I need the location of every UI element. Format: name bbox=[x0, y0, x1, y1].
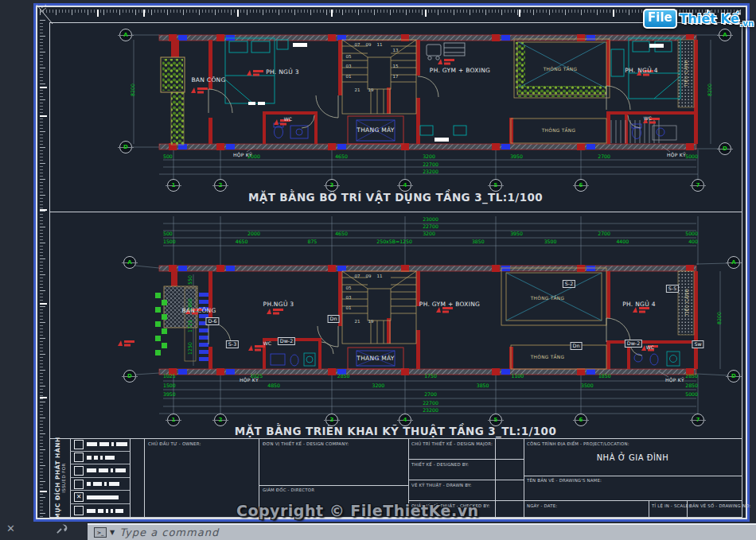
tag-sw: Sw bbox=[692, 340, 703, 348]
stair-number: 07 bbox=[355, 274, 360, 278]
cad-application-window: BAN CÔNG PH. NGỦ 3 WC THANG MÁY PH. GYM … bbox=[0, 0, 756, 540]
tag-s3: S-3 bbox=[226, 340, 239, 348]
room-label-wc-left: WC bbox=[284, 116, 293, 122]
checkbox[interactable] bbox=[74, 506, 84, 515]
grid2-bubble-D[interactable]: D bbox=[123, 370, 136, 383]
plan1-total-1: 22700 bbox=[163, 161, 698, 167]
dimension-value: 250x5B=1250 bbox=[376, 239, 412, 244]
grid2-bubble-1[interactable]: 1 bbox=[167, 414, 180, 426]
dimension-value: 5000 bbox=[685, 153, 698, 159]
grid-bubble-6[interactable]: 6 bbox=[575, 179, 587, 192]
grid-bubble-A[interactable]: A bbox=[119, 29, 132, 41]
drawing-name-label: TÊN BẢN VẼ - DRAWING'S NAME: bbox=[527, 478, 602, 483]
grid2-bubble-4[interactable]: 4 bbox=[399, 414, 411, 426]
gym-equipment bbox=[427, 43, 465, 60]
staircase bbox=[342, 40, 416, 114]
commandline-side-icons: ✕ bbox=[0, 521, 88, 540]
stair-number: 11 bbox=[377, 274, 383, 278]
grid2-bubble-5[interactable]: 5 bbox=[489, 414, 502, 426]
dimension-value: 5000 bbox=[685, 391, 698, 397]
dimension-value: 1500 bbox=[163, 383, 176, 388]
plan2-bottom-dims-2: 150048503200385035002850 bbox=[163, 383, 698, 388]
room2-label-bedroom4: PH. NGỦ 4 bbox=[622, 301, 656, 308]
louver-slats bbox=[199, 293, 208, 361]
grid2-bubble-D2[interactable]: D bbox=[727, 370, 740, 383]
stair-number: 01 bbox=[346, 305, 352, 310]
tag-dw2-right: Dw-2 bbox=[625, 340, 642, 348]
dimension-value: 3200 bbox=[423, 153, 435, 159]
room-label-void-top: THÔNG TẦNG bbox=[544, 67, 577, 72]
logo-brand-text: Thiết Kế bbox=[680, 11, 739, 26]
issue-row bbox=[70, 438, 130, 452]
dimension-value: 3500 bbox=[581, 383, 594, 388]
checkbox-checked[interactable]: ✕ bbox=[74, 492, 84, 502]
plan1-geometry[interactable] bbox=[159, 34, 698, 152]
plan2-top-dims-2: 15004650875250x5B=1250385035004400400 bbox=[163, 239, 698, 244]
filethietke-logo[interactable]: File Thiết Kế .vn bbox=[643, 9, 754, 29]
plan2-inner-dim: 1900 bbox=[187, 298, 193, 311]
grid2-bubble-A2[interactable]: A bbox=[727, 256, 740, 269]
tag-dw2-left: Dw-2 bbox=[278, 337, 295, 345]
command-line-bar[interactable]: >_ ▼ Type a command bbox=[88, 523, 756, 540]
room-label-wc-right: WC bbox=[644, 115, 653, 121]
dimension-value: 3500 bbox=[544, 239, 557, 244]
command-prompt-icon[interactable]: >_ bbox=[94, 527, 107, 538]
command-dropdown-icon[interactable]: ▼ bbox=[110, 529, 115, 536]
issue-row: ✕ bbox=[70, 491, 130, 504]
plan2-total-2: 23200 bbox=[163, 407, 698, 413]
command-input[interactable]: Type a command bbox=[119, 526, 219, 538]
dimension-value: 1100 bbox=[512, 373, 524, 379]
corner-pencil-icon bbox=[37, 5, 53, 24]
checkbox[interactable] bbox=[74, 480, 84, 489]
dimension-value: 1025 bbox=[163, 373, 176, 379]
grid-bubble-3[interactable]: 3 bbox=[325, 179, 338, 192]
grid-bubble-7[interactable]: 7 bbox=[692, 179, 704, 192]
dimension-value: 1750 bbox=[424, 373, 437, 379]
copyright-watermark: Copyright © FileThietKe.vn bbox=[236, 502, 479, 519]
plan2-inner-dim: 1250 bbox=[187, 342, 193, 355]
plan1-dim-right: 8200 bbox=[707, 84, 712, 96]
grid-bubble-D[interactable]: D bbox=[119, 141, 132, 153]
plan2-bottom-dims-3: 395027005000 bbox=[163, 391, 698, 397]
wrench-icon[interactable] bbox=[56, 523, 68, 538]
dimension-value: 5000 bbox=[685, 231, 698, 236]
close-icon[interactable]: ✕ bbox=[6, 523, 15, 534]
issue-row bbox=[70, 504, 130, 518]
checkbox[interactable] bbox=[74, 453, 84, 462]
grid-bubble-2[interactable]: 2 bbox=[214, 179, 227, 192]
room2-label-gym: PH. GYM + BOXING bbox=[419, 301, 480, 308]
stair-number: 21 bbox=[355, 87, 360, 92]
grid2-bubble-2[interactable]: 2 bbox=[214, 414, 227, 426]
grid2-bubble-7[interactable]: 7 bbox=[692, 414, 704, 426]
room2-label-wc-right: WC bbox=[646, 344, 655, 350]
door-swings bbox=[208, 76, 641, 128]
grid2-bubble-3[interactable]: 3 bbox=[325, 414, 338, 426]
grid-bubble-4[interactable]: 4 bbox=[399, 179, 411, 192]
dimension-value: 2000 bbox=[247, 153, 260, 159]
dimension-value: 4650 bbox=[335, 153, 348, 159]
plan1-total-2: 23200 bbox=[163, 169, 698, 174]
director-label: GIÁM ĐỐC - DIRECTOR bbox=[263, 488, 314, 492]
logo-file-badge: File bbox=[643, 9, 677, 29]
design-company-label: ĐƠN VỊ THIẾT KẾ - DESIGN COMPANY: bbox=[263, 441, 349, 446]
plan2-top-dims-1: 500200046503200395027005000 bbox=[163, 231, 698, 236]
room-label-garden: TIỂU CẢNH bbox=[684, 60, 688, 87]
grid-bubble-5[interactable]: 5 bbox=[489, 179, 502, 192]
plan2-top-total-2: 22700 bbox=[163, 223, 698, 229]
stair-number: 07 bbox=[355, 42, 360, 47]
grid2-bubble-A[interactable]: A bbox=[123, 256, 136, 269]
checkbox[interactable] bbox=[74, 466, 84, 476]
tag-d6: D-6 bbox=[205, 317, 219, 325]
grid-bubble-A2[interactable]: A bbox=[719, 29, 731, 41]
grid2-bubble-6[interactable]: 6 bbox=[575, 414, 587, 426]
room-label-balcony: BAN CÔNG bbox=[191, 76, 225, 84]
plan2-inner-dim: 1725 bbox=[187, 320, 193, 332]
grid-bubble-1[interactable]: 1 bbox=[167, 179, 180, 192]
checkbox[interactable] bbox=[74, 440, 84, 449]
plan2-geometry[interactable] bbox=[118, 265, 698, 377]
dimension-value: 3850 bbox=[472, 239, 485, 244]
grid-bubble-D2[interactable]: D bbox=[719, 142, 731, 155]
room-label-elevator: THANG MÁY bbox=[357, 126, 394, 134]
logo-vn-text: .vn bbox=[740, 19, 754, 28]
stair-number: 03 bbox=[346, 295, 352, 300]
